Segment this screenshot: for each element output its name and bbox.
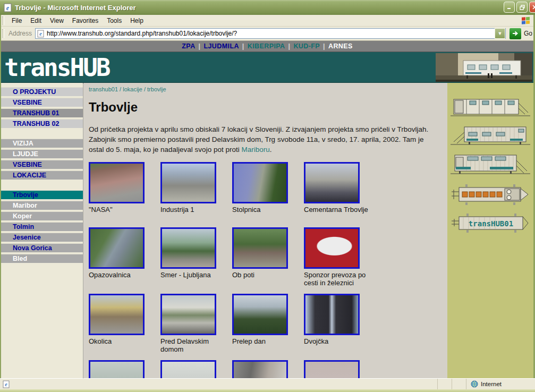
windows-logo-icon [520, 15, 532, 26]
right-panel: transHUB01 [447, 83, 533, 378]
photo-cell: Opazovalnica [89, 227, 160, 287]
photo-thumbnail-row4-2[interactable] [160, 360, 216, 378]
photo-thumbnail-smer-ljubljana[interactable] [160, 227, 216, 269]
link-ljudmila[interactable]: LJUDMILA [203, 42, 239, 50]
breadcrumb[interactable]: transhub01 / lokacije / trbovlje [89, 86, 447, 92]
addressbar-grip[interactable] [2, 29, 5, 38]
ie-page-icon: e [2, 380, 10, 388]
photo-cell [89, 360, 160, 378]
photo-thumbnail-industrija[interactable] [160, 162, 216, 203]
go-button[interactable] [509, 28, 522, 40]
photo-cell: Stolpnica [232, 162, 304, 220]
photo-thumbnail-stolpnica[interactable] [232, 162, 288, 203]
main-content: transhub01 / lokacije / trbovlje Trbovlj… [83, 83, 447, 378]
sidebar-item-jesenice[interactable]: Jesenice [1, 233, 83, 242]
minimize-button[interactable] [504, 2, 515, 13]
sidebar-item-transhub01[interactable]: TRANSHUB 01 [1, 108, 83, 117]
browser-window: e Trbovlje - Microsoft Internet Explorer… [0, 0, 535, 392]
photo-thumbnail-row4-3[interactable] [232, 360, 288, 378]
sidebar-item-koper[interactable]: Koper [1, 211, 83, 220]
address-url: http://www.transhub.org/standard.php/tra… [47, 30, 237, 37]
photo-cell: Cementarna Trbovlje [304, 162, 376, 220]
menu-file[interactable]: File [7, 16, 26, 25]
status-message-pane: e [0, 379, 437, 389]
container-drawing-elevation-left [451, 126, 530, 146]
photo-thumbnail-opazovalnica[interactable] [89, 227, 145, 269]
window-bottom-border [0, 389, 535, 392]
link-arnes[interactable]: ARNES [328, 42, 353, 50]
link-kiberpipa[interactable]: KIBERPIPA [248, 42, 285, 50]
ie-page-icon: e [37, 30, 45, 38]
restore-button[interactable] [516, 2, 528, 13]
sidebar-item-trbovlje-selected[interactable]: Trbovlje [1, 190, 83, 199]
page-title: Trbovlje [89, 100, 447, 115]
photo-thumbnail-nasa[interactable] [89, 162, 145, 203]
partner-link-bar: ZPA | LJUDMILA | KIBERPIPA | KUD-FP | AR… [1, 41, 533, 52]
menu-edit[interactable]: Edit [26, 16, 46, 25]
sidebar-item-vsebine-2[interactable]: VSEBINE [1, 160, 83, 169]
photo-thumbnail-cementarna[interactable] [304, 162, 360, 203]
site-header: transHUB [1, 52, 533, 83]
link-separator: | [323, 42, 325, 50]
container-drawing-interior-plan [451, 184, 530, 206]
status-pane [452, 379, 466, 389]
maribor-link[interactable]: Mariboru [241, 146, 269, 154]
go-label[interactable]: Go [524, 30, 532, 37]
zone-label: Internet [481, 381, 502, 387]
sidebar-item-tolmin[interactable]: Tolmin [1, 222, 83, 231]
link-separator: | [288, 42, 291, 50]
menu-help[interactable]: Help [126, 16, 148, 25]
photo-thumbnail-okolica[interactable] [89, 294, 145, 335]
site-logo: transHUB [4, 53, 109, 82]
photo-thumbnail-prelep-dan[interactable] [232, 294, 288, 335]
photo-cell: Smer - Ljubljana [160, 227, 232, 287]
sidebar-item-ljudje[interactable]: LJUDJE [1, 149, 83, 158]
photo-cell: Ob poti [232, 227, 304, 287]
photo-cell: Pred Delavskim domom [160, 294, 232, 353]
title-bar: e Trbovlje - Microsoft Internet Explorer [0, 0, 535, 15]
photo-cell: Sponzor prevoza po cesti in železnici [304, 227, 376, 287]
photo-thumbnail-pred-delavskim[interactable] [160, 294, 216, 335]
link-separator: | [242, 42, 244, 50]
svg-text:e: e [39, 31, 42, 37]
menu-bar: File Edit View Favorites Tools Help [1, 15, 533, 27]
link-kud-fp[interactable]: KUD-FP [293, 42, 320, 50]
sidebar-item-nova-gorica[interactable]: Nova Gorica [1, 243, 83, 252]
address-dropdown-button[interactable]: ▼ [495, 28, 505, 39]
toolbar-grip[interactable] [2, 16, 5, 25]
photo-grid: "NASA" Industrija 1 Stolpnica Cementarna… [89, 162, 386, 378]
link-zpa[interactable]: ZPA [182, 42, 195, 50]
close-button[interactable] [529, 2, 535, 13]
ie-app-icon: e [3, 3, 12, 12]
svg-text:e: e [5, 381, 7, 387]
internet-globe-icon [471, 380, 478, 388]
sidebar-item-bled[interactable]: Bled [1, 254, 83, 263]
photo-cell: Industrija 1 [160, 162, 232, 220]
photo-cell [232, 360, 304, 378]
page-viewport: ZPA | LJUDMILA | KIBERPIPA | KUD-FP | AR… [1, 41, 533, 378]
container-drawing-elevation-right [451, 154, 530, 176]
sidebar-item-lokacije[interactable]: LOKACIJE [1, 171, 83, 180]
photo-thumbnail-station[interactable]: TRBOVLJE [304, 360, 360, 378]
status-pane [437, 379, 452, 389]
sidebar-item-maribor[interactable]: Maribor [1, 201, 83, 210]
photo-thumbnail-sponzor[interactable] [304, 227, 360, 269]
photo-cell: Prelep dan [232, 294, 304, 353]
photo-thumbnail-ob-poti[interactable] [232, 227, 288, 269]
sidebar-item-vsebine-1[interactable]: VSEBINE [1, 98, 83, 107]
photo-cell: "NASA" [89, 162, 160, 220]
menu-tools[interactable]: Tools [103, 16, 126, 25]
photo-thumbnail-row4-1[interactable] [89, 360, 145, 378]
sidebar-item-vizija[interactable]: VIZIJA [1, 139, 83, 148]
photo-thumbnail-dvojcka[interactable] [304, 294, 360, 335]
left-sidebar: O PROJEKTU VSEBINE TRANSHUB 01 TRANSHUB … [1, 83, 83, 378]
sidebar-item-transhub02[interactable]: TRANSHUB 02 [1, 119, 83, 128]
security-zone-pane: Internet [466, 379, 535, 389]
photo-cell: Okolica [89, 294, 160, 353]
link-separator: | [199, 42, 201, 50]
header-container-photo [436, 53, 532, 82]
address-input[interactable]: e http://www.transhub.org/standard.php/t… [35, 28, 506, 39]
sidebar-item-o-projektu[interactable]: O PROJEKTU [1, 87, 83, 96]
menu-view[interactable]: View [46, 16, 68, 25]
menu-favorites[interactable]: Favorites [68, 16, 103, 25]
